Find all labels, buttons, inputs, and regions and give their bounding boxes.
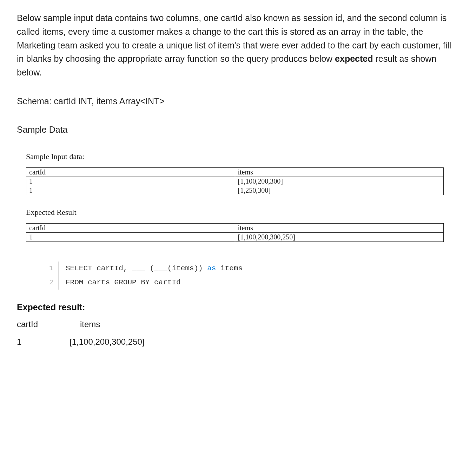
table-cell: [1,100,200,300,250] <box>235 232 444 242</box>
expected-result-table: cartId items 1 [1,100,200,300,250] <box>26 223 444 242</box>
table-cell: 1 <box>26 232 235 242</box>
code-text: FROM carts GROUP BY cartId <box>66 276 181 290</box>
table-cell: 1 <box>26 177 235 186</box>
result-header-cartid: cartId <box>17 319 80 329</box>
table-cell: [1,250,300] <box>235 186 444 195</box>
table-cell: [1,100,200,300] <box>235 177 444 186</box>
table-header-items: items <box>235 223 444 232</box>
keyword-as: as <box>207 264 216 272</box>
result-header-row: cartId items <box>17 319 459 329</box>
sample-input-label: Sample Input data: <box>26 152 459 161</box>
line-number: 2 <box>43 276 53 289</box>
sample-input-table: cartId items 1 [1,100,200,300] 1 [1,250,… <box>26 167 444 195</box>
table-header-row: cartId items <box>26 223 444 232</box>
result-value-cartid: 1 <box>17 337 70 347</box>
gutter-bar <box>58 276 59 290</box>
intro-paragraph: Below sample input data contains two col… <box>17 11 459 79</box>
table-header-items: items <box>235 167 444 177</box>
result-value-items: [1,100,200,300,250] <box>70 337 145 347</box>
table-row: 1 [1,250,300] <box>26 186 444 195</box>
page-root: Below sample input data contains two col… <box>0 0 476 364</box>
code-line-2: 2 FROM carts GROUP BY cartId <box>43 276 459 290</box>
code-text: SELECT cartId, ___ (___(items)) as items <box>66 262 243 276</box>
result-header-items: items <box>80 319 100 329</box>
code-fragment: SELECT cartId, ___ (___(items)) <box>66 264 207 272</box>
gutter-bar <box>58 262 59 276</box>
intro-text-bold: expected <box>335 54 373 64</box>
result-data-row: 1 [1,100,200,300,250] <box>17 337 459 347</box>
sample-section: Sample Input data: cartId items 1 [1,100… <box>26 152 459 290</box>
table-header-cartid: cartId <box>26 223 235 232</box>
table-header-cartid: cartId <box>26 167 235 177</box>
table-row: 1 [1,100,200,300,250] <box>26 232 444 242</box>
expected-result-label: Expected Result <box>26 208 459 217</box>
sample-data-heading: Sample Data <box>17 123 459 137</box>
code-line-1: 1 SELECT cartId, ___ (___(items)) as ite… <box>43 262 459 276</box>
table-row: 1 [1,100,200,300] <box>26 177 444 186</box>
schema-line: Schema: cartId INT, items Array<INT> <box>17 95 459 108</box>
code-fragment: items <box>216 264 243 272</box>
line-number: 1 <box>43 262 53 275</box>
table-cell: 1 <box>26 186 235 195</box>
code-block: 1 SELECT cartId, ___ (___(items)) as ite… <box>43 262 459 290</box>
table-header-row: cartId items <box>26 167 444 177</box>
bottom-expected-heading: Expected result: <box>17 302 459 312</box>
